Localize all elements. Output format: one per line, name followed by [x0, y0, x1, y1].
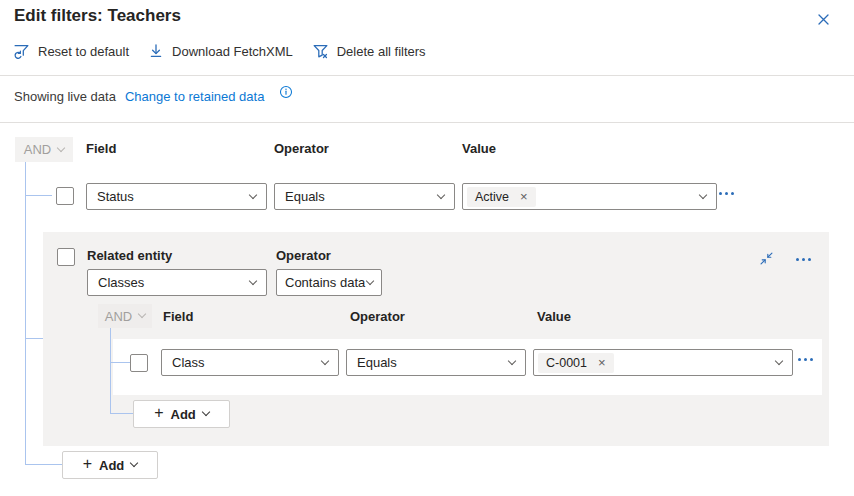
group-column-header-value: Value [537, 309, 571, 324]
group-add-button[interactable]: + Add [133, 400, 230, 428]
chevron-down-icon [321, 356, 329, 364]
add-filter-button[interactable]: + Add [62, 451, 158, 479]
delete-all-filters-label: Delete all filters [337, 44, 426, 59]
chevron-down-icon [202, 408, 210, 416]
more-icon [798, 358, 801, 361]
chevron-down-icon [57, 143, 65, 151]
info-icon [279, 85, 293, 99]
value-tag-label: Active [475, 190, 509, 204]
operator-dropdown-value: Equals [285, 189, 325, 204]
nested-value-tag-label: C-0001 [546, 356, 587, 370]
related-entity-dropdown-value: Classes [98, 275, 144, 290]
more-icon [804, 358, 807, 361]
connector-line [25, 162, 26, 465]
plus-icon: + [154, 404, 163, 422]
column-header-field: Field [86, 141, 116, 156]
data-mode-bar: Showing live data Change to retained dat… [14, 89, 293, 104]
chevron-down-icon [249, 190, 257, 198]
group-checkbox[interactable] [57, 248, 75, 266]
value-tag: Active × [467, 187, 536, 207]
filter-delete-icon [312, 43, 329, 60]
more-icon [719, 192, 722, 195]
related-entity-group: Related entity Operator Classes Contains… [43, 232, 829, 446]
reset-to-default-label: Reset to default [38, 44, 129, 59]
connector-line [26, 464, 62, 465]
download-icon [148, 43, 164, 59]
remove-tag-icon[interactable]: × [598, 356, 606, 369]
group-more-commands-button[interactable] [794, 254, 813, 265]
column-header-value: Value [462, 141, 496, 156]
field-dropdown[interactable]: Status [86, 183, 267, 210]
group-column-header-field: Field [163, 309, 193, 324]
operator-dropdown[interactable]: Equals [274, 183, 455, 210]
connector-line [26, 195, 52, 196]
collapse-icon [759, 251, 774, 266]
download-fetchxml-button[interactable]: Download FetchXML [148, 40, 293, 62]
collapse-group-button[interactable] [757, 249, 775, 267]
chevron-down-icon [366, 276, 374, 284]
more-icon [731, 192, 734, 195]
chevron-down-icon [249, 276, 257, 284]
root-operator-dropdown[interactable]: AND [15, 137, 73, 162]
chevron-down-icon [775, 356, 783, 364]
divider [0, 122, 854, 123]
divider [0, 75, 854, 76]
remove-tag-icon[interactable]: × [520, 190, 528, 203]
group-operator-dropdown[interactable]: Contains data [276, 269, 382, 296]
info-button[interactable] [279, 85, 293, 102]
chevron-down-icon [130, 459, 138, 467]
change-data-mode-link[interactable]: Change to retained data [125, 89, 265, 104]
root-operator-label: AND [24, 142, 51, 157]
dialog-title: Edit filters: Teachers [14, 6, 181, 26]
more-icon [808, 258, 811, 261]
delete-all-filters-button[interactable]: Delete all filters [312, 40, 426, 62]
more-icon [725, 192, 728, 195]
group-column-header-operator: Operator [350, 309, 405, 324]
connector-line [26, 338, 43, 339]
close-button[interactable] [814, 10, 832, 28]
plus-icon: + [83, 455, 92, 473]
value-combobox[interactable]: Active × [462, 183, 717, 210]
download-fetchxml-label: Download FetchXML [172, 44, 293, 59]
data-mode-status: Showing live data [14, 89, 116, 104]
reset-to-default-button[interactable]: Reset to default [13, 40, 129, 62]
nested-value-tag: C-0001 × [538, 353, 614, 373]
chevron-down-icon [699, 190, 707, 198]
related-entity-dropdown[interactable]: Classes [87, 269, 267, 296]
connector-line [111, 413, 133, 414]
connector-line [110, 328, 111, 414]
edit-filters-dialog: Edit filters: Teachers Reset to default … [0, 0, 854, 496]
add-filter-button-label: Add [99, 458, 124, 473]
nested-row-checkbox[interactable] [130, 354, 148, 372]
more-icon [810, 358, 813, 361]
chevron-down-icon [138, 310, 146, 318]
chevron-down-icon [508, 356, 516, 364]
field-dropdown-value: Status [97, 189, 134, 204]
group-operator-label: Operator [276, 248, 331, 263]
group-operator-dropdown-value: Contains data [285, 275, 365, 290]
connector-line [111, 362, 130, 363]
toolbar: Reset to default Download FetchXML Delet… [13, 40, 426, 62]
group-inner-operator-dropdown[interactable]: AND [98, 304, 152, 328]
more-icon [802, 258, 805, 261]
row-checkbox[interactable] [56, 187, 74, 205]
group-inner-operator-label: AND [105, 309, 132, 324]
more-icon [796, 258, 799, 261]
nested-row-more-commands-button[interactable] [796, 354, 815, 365]
filter-reset-icon [13, 43, 30, 60]
nested-field-dropdown[interactable]: Class [161, 349, 339, 376]
nested-field-dropdown-value: Class [172, 355, 205, 370]
nested-operator-dropdown[interactable]: Equals [346, 349, 526, 376]
nested-operator-dropdown-value: Equals [357, 355, 397, 370]
group-add-button-label: Add [171, 407, 196, 422]
chevron-down-icon [437, 190, 445, 198]
nested-value-combobox[interactable]: C-0001 × [533, 349, 793, 376]
row-more-commands-button[interactable] [717, 188, 736, 199]
related-entity-label: Related entity [87, 248, 172, 263]
close-icon [816, 12, 831, 27]
column-header-operator: Operator [274, 141, 329, 156]
